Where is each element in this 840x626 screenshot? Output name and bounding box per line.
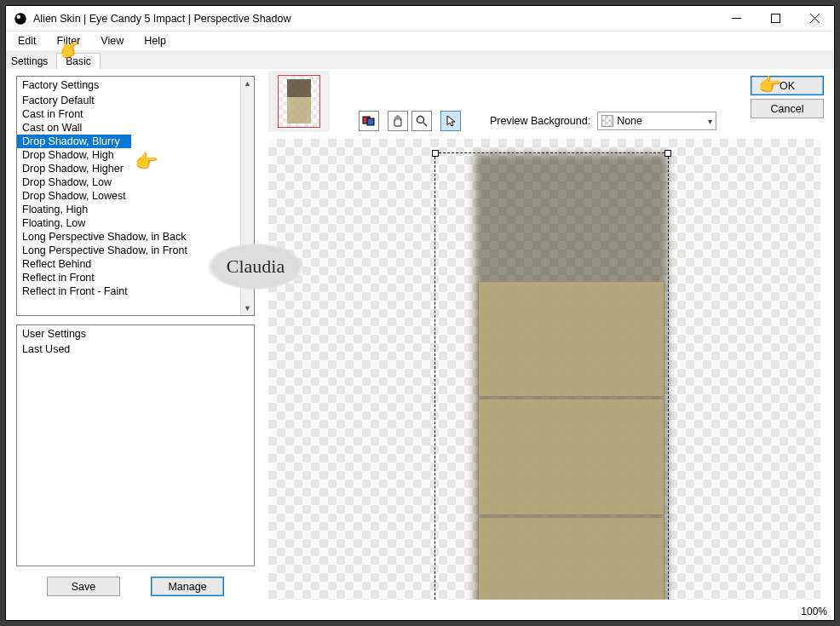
list-item[interactable]: Long Perspective Shadow, in Back xyxy=(17,230,254,244)
zoom-level: 100% xyxy=(801,606,827,617)
svg-point-5 xyxy=(417,117,424,123)
save-button[interactable]: Save xyxy=(47,577,120,596)
list-item[interactable]: Cast in Front xyxy=(17,107,254,121)
svg-point-0 xyxy=(14,13,26,25)
list-item[interactable]: Floating, Low xyxy=(17,216,254,230)
ok-button[interactable]: OK xyxy=(751,76,824,95)
window-buttons xyxy=(716,6,834,31)
list-item[interactable]: Drop Shadow, Higher xyxy=(17,162,254,175)
tabs-row: Settings Basic xyxy=(6,50,834,69)
swatch-icon xyxy=(601,115,613,127)
resize-handle-tr[interactable] xyxy=(665,150,671,157)
list-item[interactable]: Drop Shadow, Lowest xyxy=(17,189,254,203)
settings-panel: Factory Settings Factory DefaultCast in … xyxy=(6,69,262,603)
chevron-down-icon: ▾ xyxy=(708,117,712,126)
svg-point-1 xyxy=(17,14,21,19)
selection-rect[interactable] xyxy=(434,152,669,600)
list-item[interactable]: Drop Shadow, Low xyxy=(17,175,254,189)
tile xyxy=(478,517,665,600)
svg-rect-4 xyxy=(367,118,374,125)
toolbar: Preview Background: None ▾ xyxy=(354,110,716,132)
tile xyxy=(478,281,665,397)
app-icon xyxy=(13,11,28,26)
list-item[interactable]: Floating, High xyxy=(17,203,254,216)
cancel-button[interactable]: Cancel xyxy=(751,99,824,118)
title-bar: Alien Skin | Eye Candy 5 Impact | Perspe… xyxy=(6,6,834,32)
settings-buttons-row: Save Manage xyxy=(16,575,255,596)
window-title: Alien Skin | Eye Candy 5 Impact | Perspe… xyxy=(33,13,716,25)
scroll-down-icon[interactable]: ▼ xyxy=(241,302,254,315)
preview-background-select[interactable]: None ▾ xyxy=(597,112,716,130)
user-settings-list[interactable]: User Settings Last Used xyxy=(16,324,255,566)
status-bar: 100% xyxy=(6,603,834,620)
menu-view[interactable]: View xyxy=(92,33,132,49)
menu-filter[interactable]: Filter xyxy=(49,33,89,49)
zoom-tool[interactable] xyxy=(411,111,432,131)
preview-canvas[interactable] xyxy=(268,139,820,600)
scrollbar[interactable]: ▲ ▼ xyxy=(240,77,254,315)
svg-rect-2 xyxy=(771,14,780,23)
menu-help[interactable]: Help xyxy=(135,33,175,49)
preview-panel: OK Cancel 👉 xyxy=(262,69,834,603)
scroll-up-icon[interactable]: ▲ xyxy=(241,77,254,90)
preview-header: Preview Background: None ▾ xyxy=(262,69,834,135)
list-item[interactable]: Reflect in Front - Faint xyxy=(17,284,254,298)
maximize-button[interactable] xyxy=(756,6,795,31)
list-item[interactable]: Reflect Behind xyxy=(17,257,254,271)
pan-tool[interactable] xyxy=(388,111,408,131)
tab-basic[interactable]: Basic xyxy=(56,53,100,69)
tile-group xyxy=(478,281,665,600)
preview-background-value: None xyxy=(617,115,642,127)
dialog-buttons: OK Cancel xyxy=(751,76,824,118)
pointer-tool[interactable] xyxy=(440,111,461,131)
thumbnail-list[interactable] xyxy=(268,71,330,132)
factory-settings-header: Factory Settings xyxy=(17,77,254,94)
minimize-button[interactable] xyxy=(716,6,756,31)
list-item[interactable]: Reflect in Front xyxy=(17,271,254,284)
manage-button[interactable]: Manage xyxy=(151,577,224,596)
resize-handle-tl[interactable] xyxy=(432,150,439,157)
list-item[interactable]: Factory Default xyxy=(17,94,254,107)
zoom-fit-tool[interactable] xyxy=(359,111,379,131)
list-item[interactable]: Last Used xyxy=(17,342,254,356)
menu-edit[interactable]: Edit xyxy=(9,33,45,49)
list-item[interactable]: Cast on Wall xyxy=(17,121,254,135)
tile xyxy=(478,399,665,514)
tab-settings[interactable]: Settings xyxy=(11,54,56,69)
list-item[interactable]: Drop Shadow, Blurry xyxy=(17,135,131,148)
user-settings-header: User Settings xyxy=(17,325,254,342)
close-button[interactable] xyxy=(795,6,834,31)
list-item[interactable]: Drop Shadow, High xyxy=(17,148,254,162)
list-item[interactable]: Long Perspective Shadow, in Front xyxy=(17,244,254,257)
factory-settings-list[interactable]: Factory Settings Factory DefaultCast in … xyxy=(16,76,255,316)
preview-background-label: Preview Background: xyxy=(490,115,590,127)
menu-bar: Edit Filter View Help 👉 xyxy=(6,32,834,50)
thumbnail[interactable] xyxy=(278,75,320,128)
